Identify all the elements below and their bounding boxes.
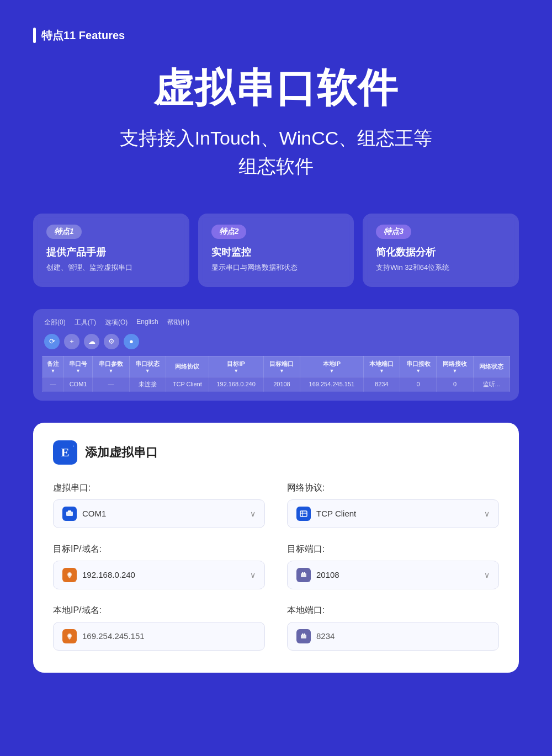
- svg-rect-0: [66, 512, 73, 516]
- menu-item-options[interactable]: 选项(O): [105, 318, 128, 327]
- feature-card-1: 特点1 提供产品手册 创建、管理、监控虚拟串口: [33, 214, 189, 287]
- chevron-target-ip: ∨: [250, 571, 256, 579]
- feature-title-3: 简化数据分析: [376, 246, 506, 259]
- form-group-target-port: 目标端口: 20108 ∨: [287, 544, 499, 589]
- dialog-title: 添加虚拟串口: [85, 444, 158, 461]
- section-header: 特点11 Features: [33, 28, 519, 43]
- form-group-network-protocol: 网络协议: TCP Client ∨: [287, 482, 499, 528]
- label-network-protocol: 网络协议:: [287, 482, 499, 494]
- th-target-ip: 目标IP▼: [209, 356, 263, 377]
- table-menubar: 全部(0) 工具(T) 选项(O) English 帮助(H): [42, 318, 510, 327]
- form-grid: 虚拟串口: COM1 ∨ 网络协议:: [53, 482, 499, 651]
- svg-rect-11: [302, 633, 304, 635]
- cell-status: 未连接: [129, 377, 166, 391]
- cell-local-port: 8234: [363, 377, 400, 391]
- th-local-ip: 本地IP▼: [300, 356, 364, 377]
- icon-target-port: [296, 568, 311, 582]
- dialog-header: E: 添加虚拟串口: [53, 440, 499, 465]
- menu-item-tools[interactable]: 工具(T): [75, 318, 96, 327]
- menu-item-english[interactable]: English: [136, 318, 158, 327]
- features-row: 特点1 提供产品手册 创建、管理、监控虚拟串口 特点2 实时监控 显示串口与网络…: [33, 214, 519, 287]
- cell-target-ip: 192.168.0.240: [209, 377, 263, 391]
- icon-virtual-port: [62, 507, 77, 521]
- menu-item-all[interactable]: 全部(0): [44, 318, 66, 327]
- feature-desc-3: 支持Win 32和64位系统: [376, 262, 506, 274]
- toolbar-btn-connect[interactable]: ●: [124, 334, 139, 349]
- th-local-port: 本地端口▼: [363, 356, 400, 377]
- form-group-local-ip: 本地IP/域名: 169.254.245.151: [53, 605, 265, 651]
- cell-note: —: [43, 377, 64, 391]
- toolbar-btn-filter[interactable]: ⚙: [104, 334, 119, 349]
- feature-card-2: 特点2 实时监控 显示串口与网络数据和状态: [198, 214, 354, 287]
- label-target-port: 目标端口:: [287, 544, 499, 555]
- form-group-target-ip: 目标IP/域名: 192.168.0.240 ∨: [53, 544, 265, 589]
- data-table: 备注▼ 串口号▼ 串口参数▼ 串口状态▼ 网络协议 目标IP▼ 目标端口▼ 本地…: [42, 356, 510, 392]
- icon-local-port: [296, 629, 311, 643]
- label-target-ip: 目标IP/域名:: [53, 544, 265, 555]
- label-local-port: 本地端口:: [287, 605, 499, 616]
- hero-subtitle: 支持接入InTouch、WinCC、组态王等组态软件: [33, 124, 519, 180]
- section-bar: [33, 28, 36, 43]
- icon-network-protocol: [296, 507, 311, 521]
- feature-title-2: 实时监控: [211, 246, 341, 259]
- menu-item-help[interactable]: 帮助(H): [167, 318, 190, 327]
- th-port: 串口号▼: [63, 356, 93, 377]
- th-status: 串口状态▼: [129, 356, 166, 377]
- value-virtual-port: COM1: [82, 509, 106, 518]
- section-tag: 特点11 Features: [41, 28, 125, 43]
- chevron-target-port: ∨: [484, 571, 490, 579]
- svg-rect-2: [300, 511, 307, 517]
- chevron-network-protocol: ∨: [484, 509, 490, 518]
- toolbar-btn-cloud[interactable]: ☁: [84, 334, 99, 349]
- chevron-virtual-port: ∨: [250, 509, 256, 518]
- feature-card-3: 特点3 简化数据分析 支持Win 32和64位系统: [363, 214, 519, 287]
- cell-protocol: TCP Client: [166, 377, 209, 391]
- th-serial-recv: 串口接收▼: [400, 356, 437, 377]
- toolbar-btn-add[interactable]: +: [64, 334, 79, 349]
- dialog-icon: E:: [53, 440, 77, 465]
- table-panel: 全部(0) 工具(T) 选项(O) English 帮助(H) ⟳ + ☁ ⚙ …: [33, 309, 519, 401]
- hero-title: 虚拟串口软件: [33, 65, 519, 111]
- toolbar-btn-refresh[interactable]: ⟳: [44, 334, 60, 349]
- input-local-ip: 169.254.245.151: [53, 622, 265, 651]
- value-local-port: 8234: [316, 631, 335, 641]
- value-target-ip: 192.168.0.240: [82, 570, 135, 579]
- feature-desc-2: 显示串口与网络数据和状态: [211, 262, 341, 274]
- select-target-port[interactable]: 20108 ∨: [287, 561, 499, 589]
- label-virtual-port: 虚拟串口:: [53, 482, 265, 494]
- label-local-ip: 本地IP/域名:: [53, 605, 265, 616]
- value-local-ip: 169.254.245.151: [82, 631, 145, 641]
- icon-local-ip: [62, 629, 77, 643]
- icon-target-ip: [62, 568, 77, 582]
- cell-net-status: 监听...: [473, 377, 509, 391]
- feature-tag-2: 特点2: [211, 225, 247, 239]
- th-net-status: 网络状态: [473, 356, 509, 377]
- cell-target-port: 20108: [263, 377, 300, 391]
- th-protocol: 网络协议: [166, 356, 209, 377]
- table-row: — COM1 — 未连接 TCP Client 192.168.0.240 20…: [43, 377, 510, 391]
- table-toolbar: ⟳ + ☁ ⚙ ●: [42, 334, 510, 349]
- svg-rect-1: [68, 510, 71, 512]
- cell-params: —: [93, 377, 129, 391]
- select-target-ip[interactable]: 192.168.0.240 ∨: [53, 561, 265, 589]
- th-params: 串口参数▼: [93, 356, 129, 377]
- feature-title-1: 提供产品手册: [46, 246, 176, 259]
- svg-rect-8: [304, 572, 306, 574]
- feature-tag-1: 特点1: [46, 225, 82, 239]
- svg-rect-7: [302, 572, 304, 574]
- value-target-port: 20108: [316, 570, 339, 579]
- value-network-protocol: TCP Client: [316, 509, 356, 518]
- feature-desc-1: 创建、管理、监控虚拟串口: [46, 262, 176, 274]
- cell-net-recv: 0: [437, 377, 473, 391]
- svg-rect-6: [301, 573, 306, 577]
- select-virtual-port[interactable]: COM1 ∨: [53, 499, 265, 528]
- th-note: 备注▼: [43, 356, 64, 377]
- select-network-protocol[interactable]: TCP Client ∨: [287, 499, 499, 528]
- input-local-port: 8234: [287, 622, 499, 651]
- svg-rect-10: [301, 635, 306, 638]
- cell-serial-recv: 0: [400, 377, 437, 391]
- cell-port: COM1: [63, 377, 93, 391]
- form-group-virtual-port: 虚拟串口: COM1 ∨: [53, 482, 265, 528]
- page-wrapper: 特点11 Features 虚拟串口软件 支持接入InTouch、WinCC、组…: [0, 0, 552, 756]
- table-header-row: 备注▼ 串口号▼ 串口参数▼ 串口状态▼ 网络协议 目标IP▼ 目标端口▼ 本地…: [43, 356, 510, 377]
